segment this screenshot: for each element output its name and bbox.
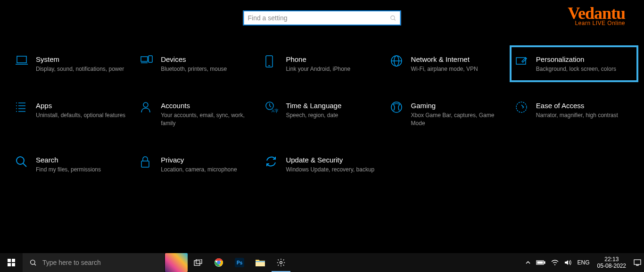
phone-icon: [265, 55, 286, 70]
category-desc: Xbox Game Bar, captures, Game Mode: [411, 111, 502, 128]
ease-of-access-icon: [515, 101, 536, 116]
category-title: Phone: [286, 55, 377, 64]
vedantu-logo: Vedantu Learn LIVE Online: [568, 6, 625, 26]
svg-rect-30: [12, 259, 15, 262]
search-icon: [390, 15, 396, 21]
clock-date: 05-08-2022: [597, 263, 626, 269]
update-icon: [265, 155, 286, 170]
svg-rect-4: [141, 57, 148, 61]
category-time-language[interactable]: A字 Time & LanguageSpeech, region, date: [263, 97, 384, 131]
laptop-icon: [15, 55, 36, 70]
category-update-security[interactable]: Update & SecurityWindows Update, recover…: [263, 152, 384, 177]
windows-icon: [8, 259, 15, 266]
category-privacy[interactable]: PrivacyLocation, camera, microphone: [138, 152, 259, 177]
svg-point-26: [17, 157, 24, 164]
category-title: System: [36, 55, 127, 64]
category-desc: Display, sound, notifications, power: [36, 65, 127, 73]
svg-rect-35: [194, 261, 200, 265]
category-devices[interactable]: DevicesBluetooth, printers, mouse: [138, 51, 259, 76]
svg-rect-28: [141, 161, 149, 167]
settings-search-input[interactable]: [248, 14, 390, 22]
svg-rect-42: [256, 261, 265, 262]
accounts-icon: [140, 101, 161, 116]
tray-clock[interactable]: 22:13 05-08-2022: [593, 256, 631, 270]
svg-point-43: [280, 262, 282, 264]
category-title: Privacy: [161, 155, 252, 165]
logo-tagline: Learn LIVE Online: [568, 20, 625, 26]
svg-line-34: [34, 264, 36, 265]
tray-volume-icon[interactable]: [561, 253, 575, 272]
svg-rect-2: [17, 56, 26, 63]
tray-language[interactable]: ENG: [575, 253, 593, 272]
tray-chevron-up-icon[interactable]: [523, 253, 533, 272]
svg-rect-47: [634, 260, 641, 264]
taskbar-app-settings[interactable]: [271, 253, 291, 272]
start-button[interactable]: [0, 253, 23, 272]
category-title: Network & Internet: [411, 55, 502, 64]
category-gaming[interactable]: GamingXbox Game Bar, captures, Game Mode: [388, 97, 510, 131]
category-accounts[interactable]: AccountsYour accounts, email, sync, work…: [138, 97, 259, 131]
svg-point-21: [143, 102, 148, 107]
svg-line-1: [394, 19, 396, 20]
category-desc: Windows Update, recovery, backup: [286, 166, 377, 174]
personalization-icon: [515, 55, 536, 70]
category-title: Apps: [36, 101, 127, 110]
category-network[interactable]: Network & InternetWi-Fi, airplane mode, …: [388, 51, 510, 76]
category-title: Accounts: [161, 101, 252, 110]
svg-rect-32: [12, 263, 15, 266]
category-ease-of-access[interactable]: Ease of AccessNarrator, magnifier, high …: [513, 97, 635, 131]
svg-text:Ps: Ps: [237, 260, 243, 265]
search-icon: [15, 155, 36, 170]
category-desc: Wi-Fi, airplane mode, VPN: [411, 65, 502, 73]
category-title: Time & Language: [286, 101, 377, 110]
category-personalization[interactable]: PersonalizationBackground, lock screen, …: [510, 45, 638, 82]
category-desc: Link your Android, iPhone: [286, 65, 377, 73]
system-tray: ENG 22:13 05-08-2022: [523, 253, 644, 272]
category-system[interactable]: SystemDisplay, sound, notifications, pow…: [13, 51, 134, 76]
category-title: Update & Security: [286, 155, 377, 165]
category-search[interactable]: SearchFind my files, permissions: [13, 152, 134, 177]
svg-rect-36: [196, 259, 202, 264]
svg-rect-29: [8, 259, 11, 262]
svg-point-0: [391, 16, 395, 19]
taskbar-app-explorer[interactable]: [250, 253, 271, 272]
logo-name: Vedantu: [568, 6, 625, 21]
category-desc: Find my files, permissions: [36, 166, 127, 174]
taskbar-app-chrome[interactable]: [208, 253, 229, 272]
taskbar-widget-icon[interactable]: [165, 253, 188, 272]
category-title: Ease of Access: [536, 101, 627, 110]
svg-rect-46: [537, 262, 543, 264]
taskbar-search-text: Type here to search: [42, 259, 101, 266]
apps-icon: [15, 101, 36, 116]
time-language-icon: A字: [265, 101, 286, 116]
settings-categories-grid: SystemDisplay, sound, notifications, pow…: [13, 51, 635, 178]
taskbar-search[interactable]: Type here to search: [23, 253, 164, 272]
svg-rect-5: [149, 56, 152, 62]
category-title: Search: [36, 155, 127, 165]
category-desc: Speech, region, date: [286, 111, 377, 119]
category-desc: Uninstall, defaults, optional features: [36, 111, 127, 119]
category-phone[interactable]: PhoneLink your Android, iPhone: [263, 51, 384, 76]
category-desc: Your accounts, email, sync, work, family: [161, 111, 252, 128]
category-apps[interactable]: AppsUninstall, defaults, optional featur…: [13, 97, 134, 131]
tray-notifications-icon[interactable]: [631, 253, 644, 272]
svg-line-27: [23, 163, 26, 167]
category-desc: Location, camera, microphone: [161, 166, 252, 174]
svg-point-25: [516, 102, 527, 112]
svg-text:A字: A字: [272, 109, 278, 113]
category-desc: Bluetooth, printers, mouse: [161, 65, 252, 73]
taskbar: Type here to search Ps ENG 22:13 05-08-2…: [0, 253, 644, 272]
gaming-icon: [390, 101, 411, 116]
search-icon: [29, 259, 37, 266]
svg-rect-31: [8, 263, 11, 266]
category-title: Devices: [161, 55, 252, 64]
category-title: Personalization: [536, 55, 627, 64]
taskbar-app-photoshop[interactable]: Ps: [229, 253, 250, 272]
category-desc: Narrator, magnifier, high contrast: [536, 111, 627, 119]
settings-search-box[interactable]: [243, 10, 401, 26]
tray-battery-icon[interactable]: [533, 253, 548, 272]
svg-rect-45: [544, 262, 545, 264]
tray-wifi-icon[interactable]: [548, 253, 561, 272]
category-desc: Background, lock screen, colors: [536, 65, 627, 73]
task-view-button[interactable]: [188, 253, 208, 272]
